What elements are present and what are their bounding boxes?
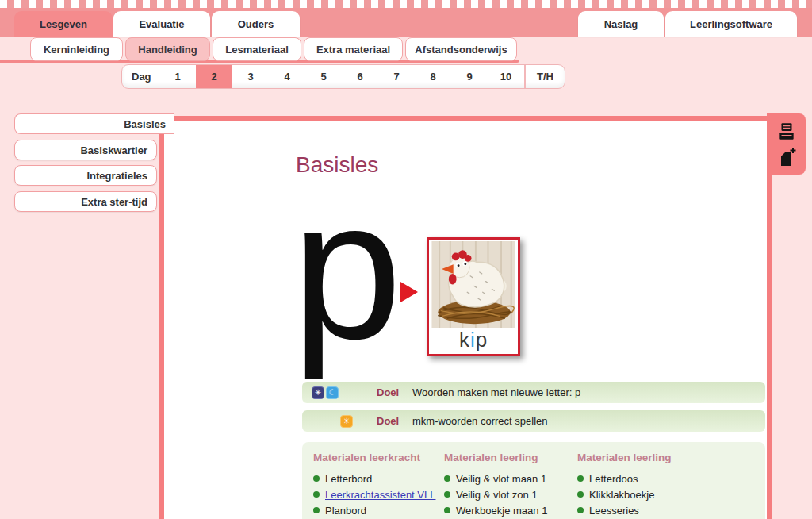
sidebar-item-integratieles[interactable]: Integratieles [14, 165, 157, 186]
goal-row: ☀ Doel mkm-woorden correct spellen [302, 410, 765, 432]
material-label: Werkboekje maan 1 [456, 505, 547, 517]
red-arrow-icon [400, 282, 418, 302]
sidebar-item-basiskwartier[interactable]: Basiskwartier [14, 140, 157, 160]
list-item: Klikklakboekje [577, 486, 752, 502]
tab-lesmateriaal[interactable]: Lesmateriaal [213, 37, 301, 61]
level-icons: ☀ [312, 415, 362, 428]
day-10[interactable]: 10 [488, 65, 524, 88]
materials-header: Materialen leerkracht [313, 452, 444, 463]
day-th[interactable]: T/H [524, 65, 565, 88]
checker-border [0, 0, 812, 8]
lesson-letter: p [292, 171, 397, 369]
material-label: Letterdoos [589, 473, 638, 485]
day-selector: Dag 1 2 3 4 5 6 7 8 9 10 T/H [121, 64, 565, 89]
bullet-icon [313, 507, 320, 513]
leerkrachtassistent-link[interactable]: Leerkrachtassistent VLL [325, 489, 435, 501]
material-label: Veilig & vlot maan 1 [456, 473, 546, 485]
sidebar-item-basisles[interactable]: Basisles [14, 113, 174, 134]
goal-label: Doel [377, 386, 412, 398]
bullet-icon [444, 507, 450, 513]
level-icons: ✳ ☾ [312, 386, 362, 399]
day-1[interactable]: 1 [159, 65, 196, 88]
tab-handleiding[interactable]: Handleiding [125, 37, 210, 61]
application-window: Lesgeven Evaluatie Ouders Naslag Leerlin… [0, 0, 812, 519]
ster-icon: ✳ [312, 386, 324, 399]
bullet-icon [577, 475, 584, 482]
tab-evaluatie[interactable]: Evaluatie [113, 11, 210, 37]
word-card[interactable]: kip [427, 237, 520, 356]
bullet-icon [577, 507, 584, 513]
material-label: Planbord [325, 505, 366, 517]
word-letter-k: k [459, 328, 470, 352]
tab-afstandsonderwijs[interactable]: Afstandsonderwijs [405, 37, 517, 61]
list-item: Werkboekje maan 1 [444, 502, 577, 518]
print-button[interactable] [776, 121, 798, 143]
tab-extra-materiaal[interactable]: Extra materiaal [304, 37, 403, 61]
bullet-icon [444, 491, 450, 498]
zon-icon: ☀ [340, 415, 353, 428]
new-page-button[interactable] [776, 146, 798, 168]
bullet-icon [444, 475, 450, 482]
tab-naslag[interactable]: Naslag [578, 11, 664, 37]
day-6[interactable]: 6 [342, 65, 378, 88]
list-item: Veilig & vlot maan 1 [444, 471, 577, 486]
list-item: Planbord [313, 502, 444, 518]
list-item: Letterbord [313, 471, 444, 486]
bullet-icon [313, 475, 320, 482]
word-letter-p: p [476, 328, 488, 352]
goal-row: ✳ ☾ Doel Woorden maken met nieuwe letter… [302, 382, 765, 403]
materials-header: Materialen leerling [577, 452, 752, 463]
day-4[interactable]: 4 [269, 65, 305, 88]
maan-icon: ☾ [326, 386, 339, 399]
day-2[interactable]: 2 [196, 65, 232, 88]
bullet-icon [577, 491, 584, 498]
day-5[interactable]: 5 [305, 65, 342, 88]
new-document-icon [777, 147, 796, 167]
printer-icon [776, 121, 797, 142]
materials-header: Materialen leerling [444, 452, 577, 463]
tab-kerninleiding[interactable]: Kerninleiding [30, 37, 123, 61]
goal-text: mkm-woorden correct spellen [412, 415, 756, 427]
day-8[interactable]: 8 [415, 65, 451, 88]
day-7[interactable]: 7 [378, 65, 415, 88]
tab-ouders[interactable]: Ouders [212, 11, 300, 37]
kip-photo [431, 241, 516, 328]
materials-column-leerling-1: Materialen leerling Veilig & vlot maan 1… [444, 452, 577, 518]
goal-label: Doel [377, 415, 412, 427]
page-tools [767, 113, 806, 175]
tab-lesgeven[interactable]: Lesgeven [14, 11, 113, 37]
sidebar-item-extra-ster-tijd[interactable]: Extra ster-tijd [14, 191, 157, 212]
day-3[interactable]: 3 [232, 65, 269, 88]
list-item: Veilig & vlot zon 1 [444, 486, 577, 502]
materials-column-leerkracht: Materialen leerkracht Letterbord Leerkra… [313, 452, 444, 518]
materials-section: Materialen leerkracht Letterbord Leerkra… [302, 442, 765, 519]
word-letter-i: i [470, 328, 476, 352]
list-item: Leerkrachtassistent VLL [313, 486, 444, 502]
bullet-icon [313, 491, 320, 498]
list-item: Leesseries [577, 502, 752, 518]
day-label: Dag [122, 65, 159, 88]
materials-column-leerling-2: Materialen leerling Letterdoos Klikklakb… [577, 452, 752, 518]
day-9[interactable]: 9 [451, 65, 488, 88]
material-label: Veilig & vlot zon 1 [456, 489, 538, 501]
goal-text: Woorden maken met nieuwe letter: p [412, 386, 756, 398]
material-label: Letterbord [325, 473, 372, 485]
material-label: Klikklakboekje [589, 489, 654, 501]
word-label: kip [431, 328, 516, 352]
tab-leerlingsoftware[interactable]: Leerlingsoftware [665, 11, 797, 37]
list-item: Letterdoos [577, 471, 752, 486]
material-label: Leesseries [589, 505, 639, 517]
